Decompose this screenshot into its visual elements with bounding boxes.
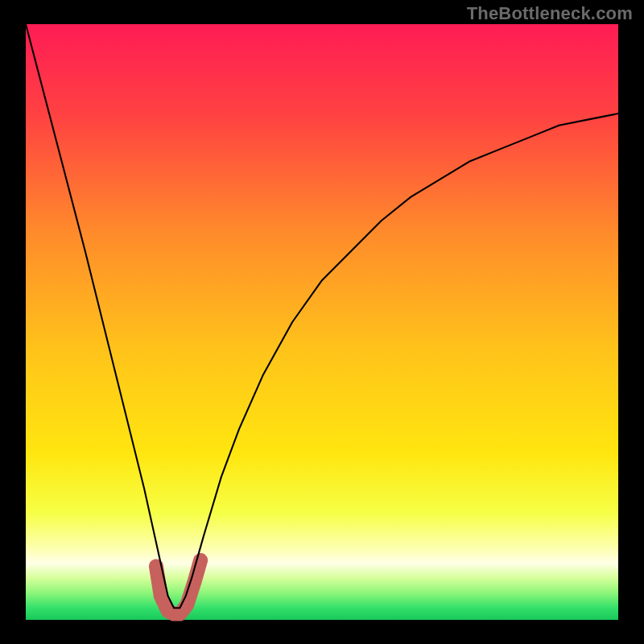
watermark-text: TheBottleneck.com — [467, 3, 633, 24]
chart-frame: TheBottleneck.com — [0, 0, 644, 644]
plot-background — [26, 24, 618, 620]
bottleneck-chart — [0, 0, 644, 644]
